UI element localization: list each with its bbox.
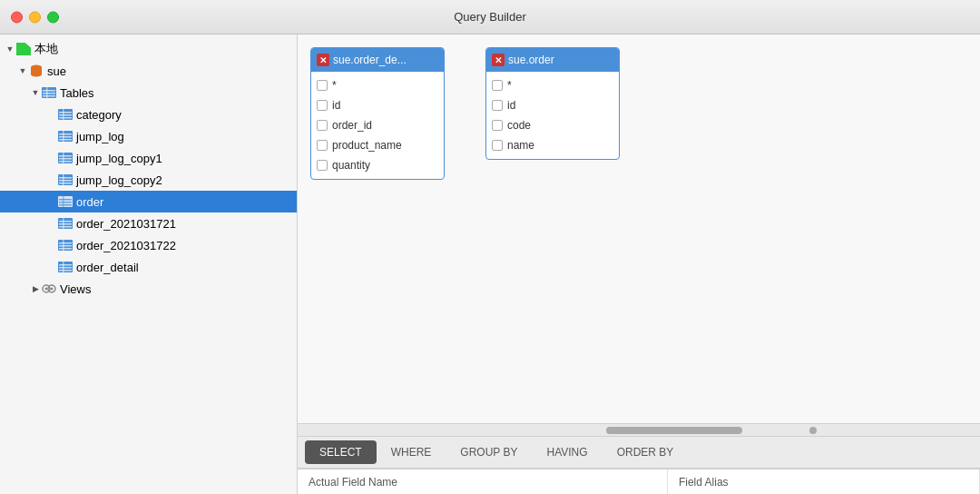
sidebar-label-order-2021031721: order_2021031721 — [76, 217, 176, 231]
table-card-order-detail[interactable]: ✕ sue.order_de... * id order_id — [310, 47, 445, 180]
table-card-title-order-detail: sue.order_de... — [333, 54, 438, 66]
table-field-code[interactable]: code — [486, 115, 619, 135]
minimize-button[interactable] — [29, 11, 41, 23]
sidebar-item-jump-log-copy2[interactable]: jump_log_copy2 — [0, 169, 297, 191]
table-card-title-order: sue.order — [508, 54, 613, 66]
sidebar-item-order[interactable]: order — [0, 191, 297, 212]
field-checkbox-order-id[interactable] — [317, 120, 328, 131]
db-icon — [29, 64, 44, 78]
tab-select[interactable]: SELECT — [305, 440, 377, 464]
svg-rect-32 — [59, 202, 72, 203]
field-label-star-o: * — [507, 79, 512, 92]
table-icon-order-2021031722 — [58, 238, 73, 252]
close-button[interactable] — [11, 11, 23, 23]
field-checkbox-code[interactable] — [492, 120, 503, 131]
table-field-star-od[interactable]: * — [311, 75, 444, 95]
table-icon-order — [58, 194, 73, 209]
sidebar-item-local[interactable]: ▼ 本地 — [0, 38, 297, 60]
sidebar-item-order-2021031721[interactable]: order_2021031721 — [0, 212, 297, 234]
sidebar-label-views: Views — [60, 282, 91, 296]
sidebar: ▼ 本地 ▼ sue ▼ — [0, 35, 298, 494]
sidebar-item-sue[interactable]: ▼ sue — [0, 60, 297, 82]
sidebar-label-category: category — [76, 108, 122, 122]
col-header-field-name: Actual Field Name — [298, 469, 668, 494]
scroll-thumb[interactable] — [606, 427, 742, 434]
svg-rect-13 — [59, 117, 72, 119]
field-checkbox-star-o[interactable] — [492, 80, 503, 91]
field-checkbox-name[interactable] — [492, 140, 503, 151]
svg-rect-16 — [59, 133, 72, 135]
tables-folder-icon — [42, 85, 56, 100]
svg-point-4 — [31, 73, 42, 77]
field-checkbox-star-od[interactable] — [317, 80, 328, 91]
expand-arrow-local: ▼ — [4, 43, 16, 55]
svg-rect-39 — [63, 218, 64, 229]
table-card-header-order: ✕ sue.order — [486, 48, 619, 72]
table-field-quantity[interactable]: quantity — [311, 155, 444, 175]
table-field-order-id[interactable]: order_id — [311, 115, 444, 135]
svg-rect-18 — [59, 139, 72, 141]
field-label-star-od: * — [332, 79, 337, 92]
table-field-id-od[interactable]: id — [311, 95, 444, 115]
svg-rect-8 — [43, 95, 55, 97]
table-icon-jump-log-copy1 — [58, 151, 73, 165]
sidebar-item-tables[interactable]: ▼ Tables — [0, 82, 297, 104]
svg-rect-17 — [59, 136, 72, 138]
sidebar-item-order-2021031722[interactable]: order_2021031722 — [0, 234, 297, 256]
sidebar-item-jump-log-copy1[interactable]: jump_log_copy1 — [0, 147, 297, 169]
svg-rect-26 — [59, 177, 72, 179]
col-header-field-alias: Field Alias — [668, 469, 980, 494]
sidebar-label-jump-log-copy1: jump_log_copy1 — [76, 152, 162, 165]
tab-group-by[interactable]: GROUP BY — [446, 440, 532, 464]
maximize-button[interactable] — [47, 11, 59, 23]
svg-rect-33 — [59, 204, 72, 206]
sidebar-label-jump-log: jump_log — [76, 130, 124, 143]
sidebar-label-sue: sue — [47, 64, 66, 78]
table-icon-jump-log-copy2 — [58, 173, 73, 187]
svg-rect-24 — [63, 153, 64, 163]
svg-rect-19 — [63, 131, 64, 142]
svg-rect-29 — [63, 174, 64, 185]
svg-rect-48 — [59, 270, 72, 272]
field-label-id-o: id — [507, 99, 515, 112]
field-label-code: code — [507, 119, 531, 132]
svg-point-53 — [51, 288, 54, 291]
svg-rect-42 — [59, 245, 72, 247]
sidebar-label-order: order — [76, 195, 103, 209]
sidebar-item-order-detail[interactable]: order_detail — [0, 256, 297, 278]
svg-rect-6 — [43, 90, 55, 92]
sidebar-item-views[interactable]: ▶ Views — [0, 278, 297, 300]
query-canvas[interactable]: ✕ sue.order_de... * id order_id — [298, 35, 980, 423]
svg-rect-43 — [59, 248, 72, 250]
svg-rect-23 — [59, 161, 72, 163]
tab-having[interactable]: HAVING — [533, 440, 603, 464]
svg-rect-38 — [59, 226, 72, 228]
sidebar-label-tables: Tables — [60, 86, 94, 100]
svg-rect-11 — [59, 112, 72, 114]
svg-rect-21 — [59, 155, 72, 157]
close-card-order-detail[interactable]: ✕ — [317, 54, 329, 66]
horizontal-scrollbar[interactable] — [298, 423, 980, 436]
field-checkbox-id-o[interactable] — [492, 100, 503, 111]
field-checkbox-quantity[interactable] — [317, 160, 328, 171]
svg-rect-34 — [63, 196, 64, 207]
sidebar-label-order-2021031722: order_2021031722 — [76, 239, 176, 252]
table-field-product-name[interactable]: product_name — [311, 135, 444, 155]
tab-where[interactable]: WHERE — [377, 440, 446, 464]
table-card-order[interactable]: ✕ sue.order * id code — [485, 47, 620, 160]
traffic-lights — [11, 11, 59, 23]
close-card-order[interactable]: ✕ — [492, 54, 505, 66]
svg-rect-46 — [59, 264, 72, 266]
field-checkbox-product-name[interactable] — [317, 140, 328, 151]
sidebar-item-jump-log[interactable]: jump_log — [0, 125, 297, 147]
field-checkbox-id-od[interactable] — [317, 100, 328, 111]
tab-order-by[interactable]: ORDER BY — [603, 440, 689, 464]
table-field-name[interactable]: name — [486, 135, 619, 155]
sidebar-item-category[interactable]: category — [0, 104, 297, 125]
table-card-body-order: * id code name — [486, 72, 619, 159]
svg-rect-7 — [43, 93, 55, 94]
table-field-star-o[interactable]: * — [486, 75, 619, 95]
svg-rect-9 — [46, 87, 48, 98]
table-field-id-o[interactable]: id — [486, 95, 619, 115]
table-icon-order-2021031721 — [58, 216, 73, 231]
